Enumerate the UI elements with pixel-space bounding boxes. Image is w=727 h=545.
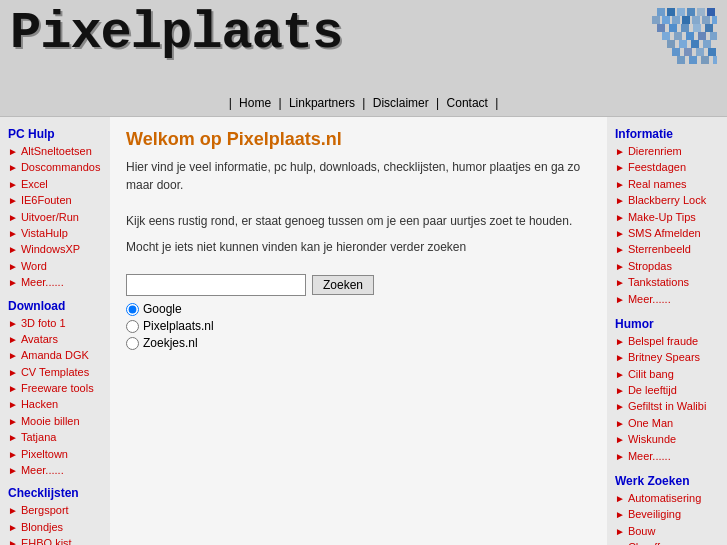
nav-disclaimer[interactable]: Disclaimer <box>373 96 429 110</box>
sidebar-link[interactable]: Dierenriem <box>628 144 682 159</box>
arrow-icon: ► <box>8 521 18 535</box>
sidebar-link[interactable]: Blondjes <box>21 520 63 535</box>
arrow-icon: ► <box>615 384 625 398</box>
intro-line2: Kijk eens rustig rond, er staat genoeg t… <box>126 212 591 230</box>
nav-linkpartners[interactable]: Linkpartners <box>289 96 355 110</box>
radio-google-label: Google <box>143 302 182 316</box>
arrow-icon: ► <box>8 333 18 347</box>
svg-rect-26 <box>703 40 711 48</box>
sidebar-link[interactable]: Uitvoer/Run <box>21 210 79 225</box>
arrow-icon: ► <box>8 448 18 462</box>
list-item: ►Meer...... <box>8 463 102 478</box>
sidebar-link[interactable]: SMS Afmelden <box>628 226 701 241</box>
sidebar-link[interactable]: Beveiliging <box>628 507 681 522</box>
sidebar-link[interactable]: Pixeltown <box>21 447 68 462</box>
sidebar-link[interactable]: Automatisering <box>628 491 701 506</box>
sidebar-link[interactable]: Feestdagen <box>628 160 686 175</box>
svg-rect-16 <box>693 24 701 32</box>
svg-rect-2 <box>677 8 685 16</box>
search-input[interactable] <box>126 274 306 296</box>
list-item: ►Meer...... <box>615 449 719 464</box>
radio-google-input[interactable] <box>126 303 139 316</box>
svg-rect-10 <box>692 16 700 24</box>
svg-rect-19 <box>674 32 682 40</box>
arrow-icon: ► <box>615 525 625 539</box>
sidebar-link[interactable]: Hacken <box>21 397 58 412</box>
page-heading: Welkom op Pixelplaats.nl <box>126 129 591 150</box>
sidebar-link[interactable]: Blackberry Lock <box>628 193 706 208</box>
sidebar-link[interactable]: Tankstations <box>628 275 689 290</box>
sidebar-link[interactable]: CV Templates <box>21 365 89 380</box>
arrow-icon: ► <box>615 400 625 414</box>
sidebar-link[interactable]: Bergsport <box>21 503 69 518</box>
list-item: ►Stropdas <box>615 259 719 274</box>
list-item: ►Sterrenbeeld <box>615 242 719 257</box>
sidebar-link[interactable]: Mooie billen <box>21 414 80 429</box>
svg-rect-7 <box>662 16 670 24</box>
list-item: ►Uitvoer/Run <box>8 210 102 225</box>
sidebar-link[interactable]: Freeware tools <box>21 381 94 396</box>
arrow-icon: ► <box>8 349 18 363</box>
sidebar-link[interactable]: Belspel fraude <box>628 334 698 349</box>
sidebar-link[interactable]: VistaHulp <box>21 226 68 241</box>
left-section-title-download: Download <box>8 299 102 313</box>
list-item: ►Blackberry Lock <box>615 193 719 208</box>
sidebar-link[interactable]: Meer...... <box>628 292 671 307</box>
sidebar-link[interactable]: AltSneltoetsen <box>21 144 92 159</box>
list-item: ►Doscommandos <box>8 160 102 175</box>
svg-rect-12 <box>712 16 717 24</box>
sidebar-link[interactable]: Cilit bang <box>628 367 674 382</box>
sidebar-link[interactable]: Doscommandos <box>21 160 100 175</box>
search-button[interactable]: Zoeken <box>312 275 374 295</box>
arrow-icon: ► <box>615 178 625 192</box>
sidebar-link[interactable]: Word <box>21 259 47 274</box>
sidebar-link[interactable]: Stropdas <box>628 259 672 274</box>
radio-pixelplaats-label: Pixelplaats.nl <box>143 319 214 333</box>
sidebar-link[interactable]: Amanda DGK <box>21 348 89 363</box>
sidebar-link[interactable]: Sterrenbeeld <box>628 242 691 257</box>
sidebar-link[interactable]: EHBO kist <box>21 536 72 545</box>
arrow-icon: ► <box>8 178 18 192</box>
svg-rect-24 <box>679 40 687 48</box>
list-item: ►VistaHulp <box>8 226 102 241</box>
radio-zoekjes-input[interactable] <box>126 337 139 350</box>
arrow-icon: ► <box>615 260 625 274</box>
sidebar-link[interactable]: IE6Fouten <box>21 193 72 208</box>
radio-zoekjes: Zoekjes.nl <box>126 336 591 350</box>
nav-contact[interactable]: Contact <box>447 96 488 110</box>
arrow-icon: ► <box>615 417 625 431</box>
sidebar-link[interactable]: Make-Up Tips <box>628 210 696 225</box>
sidebar-link[interactable]: Chauffeurs <box>628 540 682 545</box>
arrow-icon: ► <box>8 464 18 478</box>
svg-rect-11 <box>702 16 710 24</box>
sidebar-link[interactable]: Excel <box>21 177 48 192</box>
sidebar-link[interactable]: Gefiltst in Walibi <box>628 399 706 414</box>
arrow-icon: ► <box>8 366 18 380</box>
sidebar-link[interactable]: Meer...... <box>628 449 671 464</box>
nav-home[interactable]: Home <box>239 96 271 110</box>
sidebar-link[interactable]: Britney Spears <box>628 350 700 365</box>
sidebar-link[interactable]: Bouw <box>628 524 656 539</box>
sidebar-link[interactable]: 3D foto 1 <box>21 316 66 331</box>
sidebar-link[interactable]: De leeftijd <box>628 383 677 398</box>
svg-rect-25 <box>691 40 699 48</box>
arrow-icon: ► <box>615 211 625 225</box>
arrow-icon: ► <box>8 194 18 208</box>
center-content: Welkom op Pixelplaats.nl Hier vind je ve… <box>110 117 607 545</box>
sidebar-link[interactable]: Real names <box>628 177 687 192</box>
list-item: ►SMS Afmelden <box>615 226 719 241</box>
svg-rect-6 <box>652 16 660 24</box>
sidebar-link[interactable]: WindowsXP <box>21 242 80 257</box>
radio-pixelplaats-input[interactable] <box>126 320 139 333</box>
sidebar-link[interactable]: Meer...... <box>21 463 64 478</box>
sidebar-link[interactable]: One Man <box>628 416 673 431</box>
list-item: ►Hacken <box>8 397 102 412</box>
sidebar-link[interactable]: Wiskunde <box>628 432 676 447</box>
sidebar-link[interactable]: Meer...... <box>21 275 64 290</box>
sidebar-link[interactable]: Tatjana <box>21 430 56 445</box>
sidebar-link[interactable]: Avatars <box>21 332 58 347</box>
arrow-icon: ► <box>615 368 625 382</box>
svg-rect-28 <box>684 48 692 56</box>
list-item: ►Make-Up Tips <box>615 210 719 225</box>
list-item: ►Meer...... <box>8 275 102 290</box>
